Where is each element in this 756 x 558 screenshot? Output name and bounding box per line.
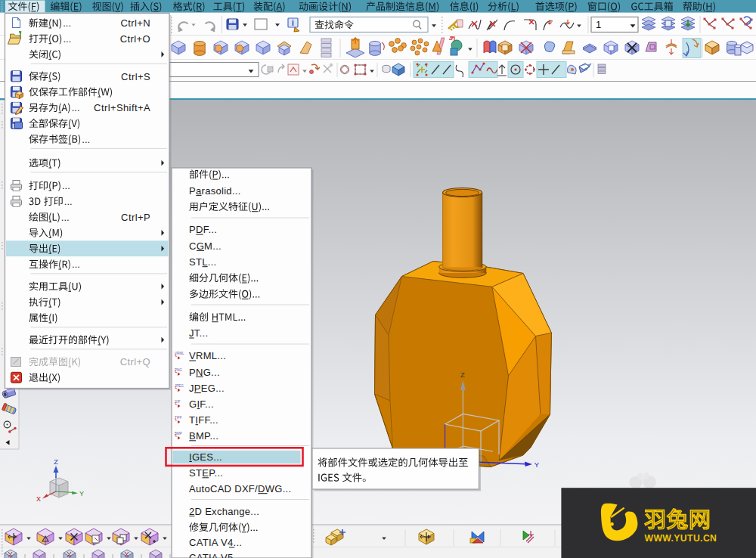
svg-text:Ctrl+P: Ctrl+P <box>121 212 150 223</box>
svg-text:BMP...: BMP... <box>189 430 218 442</box>
svg-text:GIF...: GIF... <box>189 398 214 410</box>
svg-text:...: ... <box>61 212 70 223</box>
svg-text:STEP...: STEP... <box>189 467 223 479</box>
svg-text:i: i <box>292 19 294 27</box>
svg-text:...: ... <box>63 17 71 29</box>
svg-text:2D Exchange...: 2D Exchange... <box>189 506 259 517</box>
svg-text:Y: Y <box>534 460 540 469</box>
svg-text:CATIA V4...: CATIA V4... <box>189 537 242 548</box>
svg-text:PNG...: PNG... <box>189 367 220 378</box>
svg-text:TIFF: TIFF <box>175 416 182 420</box>
svg-text:...: ... <box>63 33 71 45</box>
svg-text:...: ... <box>72 102 80 113</box>
svg-text:JPEG: JPEG <box>175 384 184 388</box>
svg-text:IGES...: IGES... <box>189 451 222 463</box>
svg-text:BMP: BMP <box>175 432 182 436</box>
svg-text:...: ... <box>82 134 90 145</box>
svg-text:AutoCAD DXF/DWG...: AutoCAD DXF/DWG... <box>189 483 291 494</box>
svg-text:WWW.YUTU.CN: WWW.YUTU.CN <box>645 533 717 544</box>
svg-text:Ctrl+Shift+A: Ctrl+Shift+A <box>94 102 150 113</box>
svg-text:Y: Y <box>79 490 84 498</box>
svg-text:TIFF...: TIFF... <box>189 414 218 426</box>
svg-text:CGM...: CGM... <box>189 240 222 252</box>
svg-text:STL...: STL... <box>189 256 216 268</box>
svg-text:Ctrl+S: Ctrl+S <box>121 71 150 82</box>
svg-text:PNG: PNG <box>175 368 182 372</box>
svg-text:CATIA V5...: CATIA V5... <box>189 552 242 558</box>
svg-text:JPEG...: JPEG... <box>189 383 225 394</box>
svg-text:1: 1 <box>596 19 601 30</box>
svg-text:JT...: JT... <box>189 327 208 339</box>
svg-text:X: X <box>36 495 41 503</box>
svg-text:Parasolid...: Parasolid... <box>189 185 241 197</box>
svg-text:Z: Z <box>460 370 465 379</box>
svg-text:VRML...: VRML... <box>189 350 226 361</box>
svg-text:...: ... <box>62 180 70 191</box>
svg-text:Ctrl+Q: Ctrl+Q <box>120 356 150 367</box>
svg-text:PDF...: PDF... <box>189 224 217 235</box>
svg-text:Z: Z <box>54 458 58 466</box>
svg-text:...: ... <box>64 196 73 207</box>
svg-text:...: ... <box>72 259 80 270</box>
svg-text:Ctrl+O: Ctrl+O <box>120 33 150 45</box>
svg-text:Ctrl+N: Ctrl+N <box>120 17 150 29</box>
svg-text:VRML: VRML <box>175 352 184 355</box>
